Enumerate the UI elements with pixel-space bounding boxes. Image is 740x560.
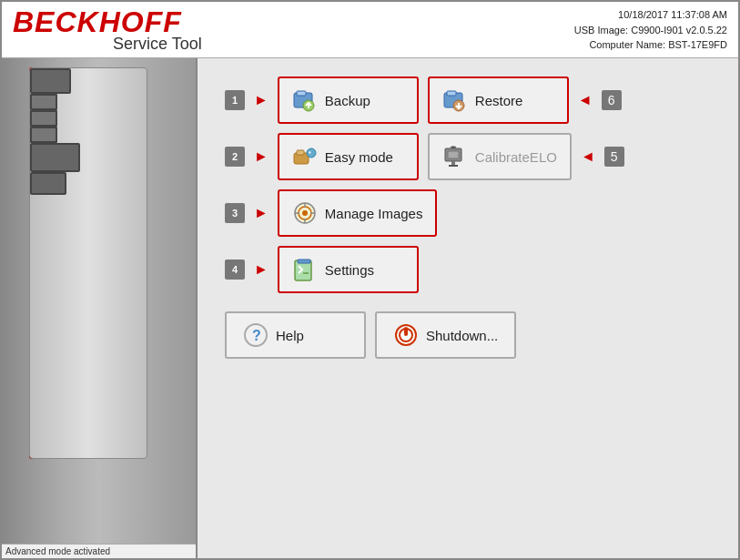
dvi-port	[30, 143, 80, 172]
svg-point-25	[302, 210, 308, 216]
row-manage: 3 ► Manage Images	[225, 189, 711, 237]
svg-text:?: ?	[252, 328, 261, 343]
shutdown-icon	[393, 322, 419, 348]
help-button[interactable]: ? Help	[225, 311, 366, 359]
beckhoff-logo: BECKHOFF	[13, 7, 202, 36]
svg-rect-13	[448, 151, 459, 158]
shutdown-label: Shutdown...	[426, 328, 498, 343]
bottom-buttons: ? Help Shutdown...	[225, 311, 711, 359]
settings-icon	[292, 257, 318, 282]
svg-line-15	[451, 147, 453, 148]
svg-rect-33	[404, 327, 408, 336]
status-label: Advanced mode activated	[5, 546, 110, 556]
badge-1: 1	[225, 90, 245, 110]
easy-mode-button[interactable]: * Easy mode	[278, 133, 419, 180]
main-area: BECKHOFF BECKHOFF Advanced mode activate…	[2, 58, 738, 558]
calibrate-button[interactable]: CalibrateELO	[428, 133, 572, 180]
easy-mode-icon: *	[292, 144, 318, 169]
badge-2: 2	[225, 147, 245, 167]
serial-port	[30, 172, 66, 195]
usb-port-1	[30, 94, 57, 110]
arrow-right-3: ►	[254, 205, 269, 221]
easy-mode-label: Easy mode	[325, 149, 393, 165]
arrow-left-5: ◄	[581, 148, 595, 165]
right-panel: 1 ► Backup	[198, 58, 738, 558]
status-bar: Advanced mode activated	[2, 544, 196, 558]
svg-text:*: *	[309, 150, 311, 157]
restore-button[interactable]: Restore	[428, 76, 569, 124]
badge-6: 6	[602, 90, 622, 110]
svg-rect-18	[449, 165, 458, 167]
arrow-right-2: ►	[254, 148, 269, 165]
manage-images-button[interactable]: Manage Images	[278, 189, 438, 237]
settings-label: Settings	[325, 262, 374, 278]
header-info: 10/18/2017 11:37:08 AM USB Image: C9900-…	[574, 7, 727, 53]
usb-port-2	[30, 110, 57, 127]
backup-label: Backup	[325, 93, 370, 108]
header: BECKHOFF Service Tool 10/18/2017 11:37:0…	[2, 2, 738, 58]
badge-3: 3	[225, 203, 245, 223]
row-backup-restore: 1 ► Backup	[225, 76, 711, 124]
row-settings: 4 ► Settings	[225, 246, 711, 293]
badge-5: 5	[604, 147, 624, 167]
svg-rect-1	[297, 91, 306, 96]
svg-rect-9	[297, 150, 304, 155]
manage-images-label: Manage Images	[325, 206, 423, 221]
settings-button[interactable]: Settings	[278, 246, 419, 293]
main-window: BECKHOFF Service Tool 10/18/2017 11:37:0…	[0, 0, 740, 560]
restore-label: Restore	[475, 93, 523, 108]
restore-icon	[442, 87, 468, 113]
datetime-label: 10/18/2017 11:37:08 AM	[574, 7, 727, 23]
svg-line-16	[453, 147, 456, 148]
svg-rect-27	[298, 260, 310, 263]
manage-images-icon	[292, 200, 318, 226]
device-body	[29, 67, 147, 459]
logo-area: BECKHOFF Service Tool	[13, 7, 202, 54]
usb-image-label: USB Image: C9900-I901 v2.0.5.22	[574, 23, 727, 38]
backup-icon	[292, 87, 318, 113]
svg-rect-5	[447, 91, 456, 96]
backup-button[interactable]: Backup	[278, 76, 419, 124]
service-tool-label: Service Tool	[113, 35, 202, 54]
arrow-right-1: ►	[254, 92, 269, 108]
help-label: Help	[276, 328, 304, 343]
usb-port-3	[30, 127, 57, 143]
left-panel: BECKHOFF BECKHOFF Advanced mode activate…	[2, 58, 198, 558]
calibrate-icon	[442, 144, 468, 169]
arrow-right-4: ►	[254, 261, 269, 278]
row-easy-calibrate: 2 ► * Easy mode	[225, 133, 711, 180]
device-image: BECKHOFF BECKHOFF	[2, 58, 196, 558]
calibrate-label: CalibrateELO	[475, 149, 557, 165]
badge-4: 4	[225, 260, 245, 280]
arrow-left-6: ◄	[578, 92, 593, 108]
computer-name-label: Computer Name: BST-17E9FD	[574, 37, 727, 53]
ethernet-port	[30, 68, 71, 94]
svg-rect-17	[451, 161, 455, 165]
shutdown-button[interactable]: Shutdown...	[375, 311, 516, 359]
help-icon: ?	[243, 322, 269, 348]
